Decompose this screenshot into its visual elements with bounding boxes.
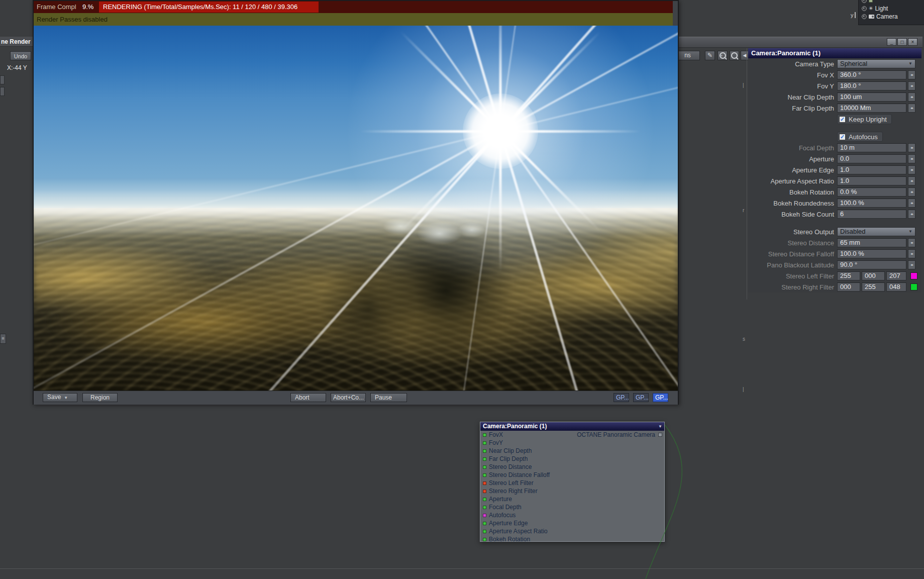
- stepper-aperture-edge[interactable]: ◂▸: [908, 165, 915, 174]
- node-item-stereo-distance[interactable]: Stereo Distance: [480, 463, 664, 471]
- field-stereo-distance-falloff[interactable]: 100.0 %: [837, 249, 906, 258]
- checkbox-box: ✓: [839, 116, 846, 123]
- scene-item-light[interactable]: ✳Light: [859, 5, 924, 13]
- region-button[interactable]: Region: [82, 393, 118, 402]
- pause-button[interactable]: Pause: [370, 393, 407, 402]
- stepper-pano-blackout-latitude[interactable]: ◂▸: [908, 260, 915, 269]
- scene-item-camera[interactable]: Camera: [859, 13, 924, 21]
- dropdown-camera-type[interactable]: Spherical▼: [837, 59, 915, 68]
- node-item-aperture-edge[interactable]: Aperture Edge: [480, 519, 664, 527]
- checkbox-keep-upright[interactable]: ✓Keep Upright: [837, 114, 892, 124]
- render-controls-bar: Save▼ Region Abort Abort+Co... Pause GP.…: [34, 391, 678, 405]
- maximize-button[interactable]: □: [897, 38, 907, 46]
- node-pin-icon: [483, 465, 486, 469]
- gp-button-3[interactable]: GP...: [653, 393, 668, 402]
- prop-label-stereo-output: Stereo Output: [748, 228, 837, 236]
- checkbox-autofocus[interactable]: ✓Autofocus: [837, 132, 883, 142]
- abort-copy-button[interactable]: Abort+Co...: [331, 393, 366, 402]
- field-bokeh-side-count[interactable]: 6: [837, 210, 906, 219]
- minimize-button[interactable]: _: [887, 38, 896, 46]
- stepper-bokeh-rotation[interactable]: ◂▸: [908, 187, 915, 197]
- node-item-stereo-distance-falloff[interactable]: Stereo Distance Falloff: [480, 471, 664, 479]
- field-bokeh-roundedness[interactable]: 100.0 %: [837, 199, 906, 208]
- node-item-autofocus[interactable]: Autofocus: [480, 511, 664, 519]
- dropdown-stereo-output[interactable]: Disabled▼: [837, 227, 915, 236]
- stepper-bokeh-side-count[interactable]: ◂▸: [908, 210, 915, 219]
- color-channel-stereo-left-filter[interactable]: 255: [837, 271, 860, 280]
- stepper-near-clip-depth[interactable]: ◂▸: [908, 92, 915, 102]
- node-item-bokeh-rotation[interactable]: Bokeh Rotation: [480, 535, 664, 541]
- undo-button[interactable]: Undo: [10, 51, 31, 60]
- gp-button-2[interactable]: GP...: [633, 393, 649, 402]
- node-item-label: Aperture: [489, 496, 512, 503]
- scrollbar-fragment[interactable]: y: [851, 12, 856, 18]
- checkmark-icon: ✓: [840, 134, 845, 140]
- color-channel-stereo-right-filter[interactable]: 255: [862, 282, 885, 292]
- field-pano-blackout-latitude[interactable]: 90.0 °: [837, 260, 906, 269]
- color-channel-stereo-right-filter[interactable]: 048: [886, 282, 906, 292]
- node-item-stereo-right-filter[interactable]: Stereo Right Filter: [480, 487, 664, 495]
- camera-properties-panel: Camera:Panoramic (1) Camera TypeSpherica…: [748, 48, 921, 293]
- node-item-label: Focal Depth: [489, 504, 522, 511]
- save-button[interactable]: Save▼: [43, 393, 77, 402]
- stepper-focal-depth[interactable]: ◂▸: [908, 143, 915, 152]
- field-bokeh-rotation[interactable]: 0.0 %: [837, 187, 906, 197]
- stepper-fov-y[interactable]: ◂▸: [908, 81, 915, 90]
- pencil-icon[interactable]: ✎: [705, 51, 715, 60]
- magnifier-glyph: [731, 52, 738, 59]
- field-aperture-aspect-ratio[interactable]: 1.0: [837, 176, 906, 185]
- stepper-fov-x[interactable]: ◂▸: [908, 70, 915, 79]
- node-corner-box: [658, 433, 662, 437]
- node-item-label: Stereo Distance Falloff: [489, 471, 550, 478]
- color-swatch-stereo-left-filter[interactable]: [910, 272, 917, 279]
- node-item-fovx[interactable]: FovXOCTANE Panoramic Camera: [480, 431, 664, 439]
- gp-button-1[interactable]: GP...: [613, 393, 629, 402]
- node-item-aperture[interactable]: Aperture: [480, 495, 664, 503]
- menu-icon[interactable]: ≡: [0, 334, 6, 344]
- node-item-fovy[interactable]: FovY: [480, 439, 664, 447]
- abort-button[interactable]: Abort: [290, 393, 326, 402]
- node-panel-header[interactable]: Camera:Panoramic (1) ▼: [480, 422, 664, 431]
- node-item-label: Stereo Distance: [489, 463, 532, 470]
- stepper-bokeh-roundedness[interactable]: ◂▸: [908, 199, 915, 208]
- left-edge-widget[interactable]: [0, 87, 5, 96]
- prop-label-far-clip-depth: Far Clip Depth: [748, 105, 837, 112]
- field-near-clip-depth[interactable]: 100 um: [837, 92, 906, 102]
- node-item-label: FovX: [489, 431, 503, 438]
- scene-item-partial[interactable]: [859, 0, 924, 5]
- stepper-stereo-distance-falloff[interactable]: ◂▸: [908, 249, 915, 258]
- frame-completion-value: 9.%: [82, 3, 93, 11]
- close-button[interactable]: ×: [908, 38, 917, 46]
- node-item-far-clip-depth[interactable]: Far Clip Depth: [480, 455, 664, 463]
- prop-label-bokeh-side-count: Bokeh Side Count: [748, 211, 837, 218]
- field-aperture-edge[interactable]: 1.0: [837, 165, 906, 174]
- stepper-stereo-distance[interactable]: ◂▸: [908, 238, 915, 247]
- node-item-stereo-left-filter[interactable]: Stereo Left Filter: [480, 479, 664, 487]
- field-fov-x[interactable]: 360.0 °: [837, 70, 906, 79]
- stepper-far-clip-depth[interactable]: ◂▸: [908, 104, 915, 113]
- node-item-near-clip-depth[interactable]: Near Clip Depth: [480, 447, 664, 455]
- stepper-aperture-aspect-ratio[interactable]: ◂▸: [908, 176, 915, 185]
- color-swatch-stereo-right-filter[interactable]: [910, 283, 917, 291]
- magnifier-icon[interactable]: [730, 51, 739, 60]
- field-focal-depth[interactable]: 10 m: [837, 143, 906, 152]
- options-button-fragment[interactable]: ns: [675, 51, 700, 60]
- prop-label-aperture-aspect-ratio: Aperture Aspect Ratio: [748, 177, 837, 185]
- desktop: { "icons": { "minimize": "_", "maximize"…: [0, 0, 924, 579]
- prop-row-stereo-left-filter: Stereo Left Filter255000207: [748, 270, 921, 281]
- node-item-aperture-aspect-ratio[interactable]: Aperture Aspect Ratio: [480, 527, 664, 535]
- node-pin-icon: [483, 538, 486, 541]
- field-fov-y[interactable]: 180.0 °: [837, 81, 906, 90]
- prop-row-stereo-right-filter: Stereo Right Filter000255048: [748, 281, 921, 293]
- field-far-clip-depth[interactable]: 10000 Mm: [837, 104, 906, 113]
- stepper-aperture[interactable]: ◂▸: [908, 154, 915, 163]
- field-aperture[interactable]: 0.0: [837, 154, 906, 163]
- color-channel-stereo-right-filter[interactable]: 000: [837, 282, 860, 292]
- checkbox-label: Keep Upright: [849, 116, 887, 123]
- field-stereo-distance[interactable]: 65 mm: [837, 238, 906, 247]
- pan-zoom-icon[interactable]: [717, 51, 728, 60]
- node-item-focal-depth[interactable]: Focal Depth: [480, 503, 664, 511]
- left-edge-widget[interactable]: [0, 75, 5, 84]
- color-channel-stereo-left-filter[interactable]: 000: [862, 271, 885, 280]
- color-channel-stereo-left-filter[interactable]: 207: [886, 271, 906, 280]
